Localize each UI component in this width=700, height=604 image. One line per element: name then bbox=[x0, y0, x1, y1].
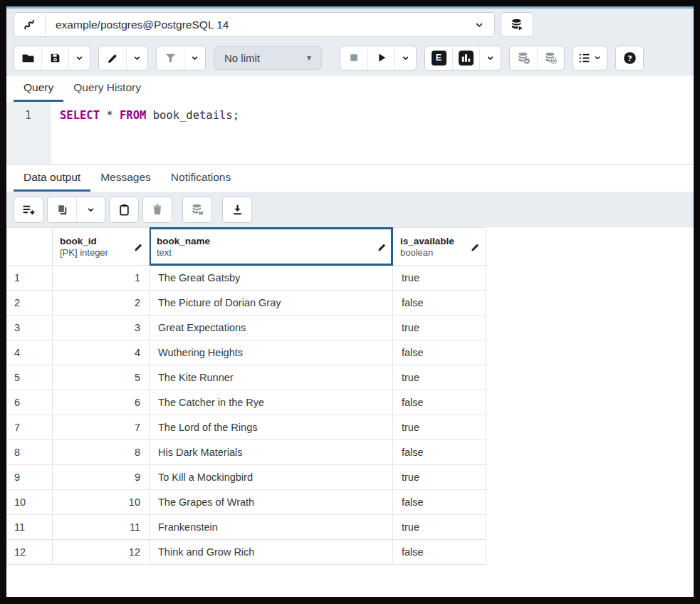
new-connection-button[interactable] bbox=[501, 12, 533, 37]
row-number-cell[interactable]: 2 bbox=[7, 291, 53, 316]
connection-icon bbox=[14, 13, 46, 36]
filter-menu-chevron-icon bbox=[190, 53, 199, 63]
execute-menu-button[interactable] bbox=[395, 46, 416, 70]
cell-book-id[interactable]: 9 bbox=[53, 465, 150, 490]
cell-is-available[interactable]: true bbox=[393, 515, 486, 540]
row-number-cell[interactable]: 6 bbox=[7, 390, 53, 415]
execute-play-icon bbox=[376, 52, 387, 63]
paste-button[interactable] bbox=[110, 197, 138, 222]
cell-is-available[interactable]: false bbox=[393, 490, 486, 515]
cell-book-name[interactable]: Wuthering Heights bbox=[150, 340, 393, 365]
save-button[interactable] bbox=[41, 46, 68, 70]
edit-button[interactable] bbox=[99, 46, 126, 70]
edit-column-pencil-icon[interactable] bbox=[134, 241, 144, 251]
cell-book-name[interactable]: The Lord of the Rings bbox=[150, 415, 393, 440]
tab-messages[interactable]: Messages bbox=[90, 165, 161, 192]
tab-query-history[interactable]: Query History bbox=[63, 76, 151, 102]
row-number-cell[interactable]: 10 bbox=[7, 490, 53, 515]
cell-is-available[interactable]: false bbox=[393, 540, 486, 565]
row-number-cell[interactable]: 9 bbox=[7, 465, 53, 490]
cell-book-name[interactable]: The Grapes of Wrath bbox=[150, 490, 393, 515]
edit-column-pencil-icon[interactable] bbox=[471, 241, 481, 251]
cell-book-id[interactable]: 5 bbox=[53, 365, 150, 390]
cell-book-id[interactable]: 3 bbox=[53, 316, 150, 340]
cell-book-name[interactable]: The Kite Runner bbox=[150, 365, 393, 390]
cell-book-name[interactable]: Frankenstein bbox=[150, 515, 393, 540]
cell-book-id[interactable]: 4 bbox=[53, 340, 150, 365]
cell-book-name[interactable]: Great Expectations bbox=[150, 316, 393, 340]
table-row: 77The Lord of the Ringstrue bbox=[7, 415, 486, 440]
tab-data-output[interactable]: Data output bbox=[14, 165, 90, 192]
row-number-cell[interactable]: 7 bbox=[7, 415, 53, 440]
cell-book-id[interactable]: 2 bbox=[53, 291, 150, 316]
add-row-icon bbox=[22, 204, 36, 216]
cell-book-name[interactable]: The Picture of Dorian Gray bbox=[150, 291, 393, 316]
execute-button[interactable] bbox=[367, 46, 395, 70]
edit-menu-button[interactable] bbox=[126, 46, 147, 70]
grid-corner-cell[interactable] bbox=[7, 228, 53, 266]
cell-is-available[interactable]: false bbox=[393, 291, 486, 316]
download-button[interactable] bbox=[223, 197, 251, 222]
column-header-book_name[interactable]: book_nametext bbox=[150, 228, 393, 266]
delete-row-button[interactable] bbox=[143, 197, 172, 222]
tab-notifications[interactable]: Notifications bbox=[161, 165, 241, 192]
cell-book-name[interactable]: To Kill a Mockingbird bbox=[150, 465, 393, 490]
column-header-is_available[interactable]: is_availableboolean bbox=[393, 228, 486, 266]
sql-editor[interactable]: 1 SELECT * FROM book_details; bbox=[6, 102, 694, 165]
cell-book-id[interactable]: 7 bbox=[53, 415, 150, 440]
cell-book-id[interactable]: 12 bbox=[53, 540, 150, 565]
row-number-cell[interactable]: 11 bbox=[7, 515, 53, 540]
rollback-button[interactable] bbox=[537, 46, 564, 70]
cell-book-id[interactable]: 11 bbox=[53, 515, 150, 540]
open-file-button[interactable] bbox=[14, 46, 41, 70]
explain-analyze-button[interactable] bbox=[452, 46, 479, 70]
cell-is-available[interactable]: true bbox=[393, 365, 486, 390]
row-limit-select[interactable]: No limit ▾ bbox=[214, 46, 322, 70]
stop-button[interactable] bbox=[340, 46, 367, 70]
cell-is-available[interactable]: false bbox=[393, 440, 486, 465]
cell-is-available[interactable]: false bbox=[393, 340, 486, 365]
sql-code-area[interactable]: SELECT * FROM book_details; bbox=[51, 102, 694, 164]
filter-menu-button[interactable] bbox=[184, 46, 205, 70]
cell-book-name[interactable]: The Catcher in the Rye bbox=[150, 390, 393, 415]
cell-book-id[interactable]: 1 bbox=[53, 266, 150, 291]
tab-query-label: Query bbox=[23, 81, 53, 94]
filter-icon bbox=[164, 52, 177, 64]
copy-button[interactable] bbox=[48, 197, 76, 222]
cell-book-id[interactable]: 6 bbox=[53, 390, 150, 415]
cell-is-available[interactable]: false bbox=[393, 390, 486, 415]
cell-is-available[interactable]: true bbox=[393, 266, 486, 291]
cell-book-id[interactable]: 10 bbox=[53, 490, 150, 515]
connection-dropdown[interactable]: example/postgres@PostgreSQL 14 bbox=[14, 12, 495, 37]
row-number-cell[interactable]: 8 bbox=[7, 440, 53, 465]
cell-book-name[interactable]: Think and Grow Rich bbox=[150, 540, 393, 565]
row-number-cell[interactable]: 12 bbox=[7, 540, 53, 565]
edit-column-pencil-icon[interactable] bbox=[377, 241, 387, 251]
row-number-cell[interactable]: 3 bbox=[7, 316, 53, 340]
copy-menu-button[interactable] bbox=[76, 197, 105, 222]
row-number-cell[interactable]: 1 bbox=[7, 266, 53, 291]
cell-book-id[interactable]: 8 bbox=[53, 440, 150, 465]
cell-is-available[interactable]: true bbox=[393, 415, 486, 440]
column-type: text bbox=[157, 247, 375, 259]
add-row-button[interactable] bbox=[14, 197, 43, 222]
delete-row-icon bbox=[152, 204, 163, 215]
row-number-cell[interactable]: 5 bbox=[7, 365, 53, 390]
explain-button[interactable]: E bbox=[425, 46, 452, 70]
column-header-book_id[interactable]: book_id[PK] integer bbox=[53, 228, 150, 266]
save-menu-button[interactable] bbox=[68, 46, 90, 70]
tab-query[interactable]: Query bbox=[14, 76, 63, 102]
editor-tab-bar: Query Query History bbox=[6, 75, 694, 102]
macros-button[interactable] bbox=[573, 46, 607, 70]
row-number-cell[interactable]: 4 bbox=[7, 340, 53, 365]
cell-is-available[interactable]: true bbox=[393, 465, 486, 490]
help-button[interactable]: ? bbox=[616, 46, 643, 70]
filter-button[interactable] bbox=[157, 46, 184, 70]
cell-book-name[interactable]: His Dark Materials bbox=[150, 440, 393, 465]
save-data-changes-button[interactable] bbox=[183, 197, 211, 222]
cell-is-available[interactable]: true bbox=[393, 316, 486, 340]
table-row: 44Wuthering Heightsfalse bbox=[7, 340, 486, 365]
cell-book-name[interactable]: The Great Gatsby bbox=[150, 266, 393, 291]
explain-menu-button[interactable] bbox=[479, 46, 501, 70]
commit-button[interactable] bbox=[510, 46, 537, 70]
